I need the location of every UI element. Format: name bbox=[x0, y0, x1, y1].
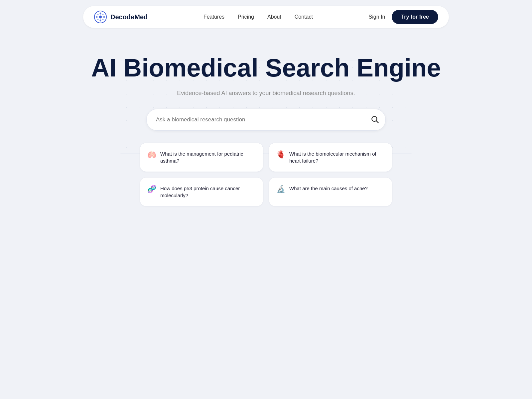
nav-features[interactable]: Features bbox=[203, 14, 224, 20]
search-button[interactable] bbox=[370, 115, 379, 124]
search-input[interactable] bbox=[146, 109, 386, 131]
suggestion-card-p53[interactable]: 🧬 How does p53 protein cause cancer mole… bbox=[140, 177, 263, 206]
hero-section: AI Biomedical Search Engine Evidence-bas… bbox=[0, 34, 532, 220]
suggestion-card-asthma[interactable]: 🫁 What is the management for pediatric a… bbox=[140, 143, 263, 172]
microscope-emoji: 🔬 bbox=[276, 186, 285, 193]
brand-name: DecodeMed bbox=[110, 13, 148, 21]
navbar: DecodeMed Features Pricing About Contact… bbox=[83, 6, 449, 28]
nav-about[interactable]: About bbox=[267, 14, 281, 20]
svg-line-15 bbox=[376, 121, 378, 123]
heart-emoji: 🫀 bbox=[276, 151, 285, 158]
suggestion-text-heart-failure: What is the biomolecular mechanism of he… bbox=[289, 150, 385, 164]
search-container bbox=[146, 109, 386, 131]
lungs-emoji: 🫁 bbox=[147, 151, 156, 158]
svg-point-8 bbox=[102, 14, 104, 15]
suggestion-text-asthma: What is the management for pediatric ast… bbox=[160, 150, 256, 164]
hero-subtitle: Evidence-based AI answers to your biomed… bbox=[7, 90, 525, 97]
search-icon bbox=[370, 115, 379, 123]
suggestion-card-acne[interactable]: 🔬 What are the main causes of acne? bbox=[269, 177, 392, 206]
nav-actions: Sign In Try for free bbox=[369, 10, 438, 24]
nav-contact[interactable]: Contact bbox=[295, 14, 313, 20]
svg-point-1 bbox=[99, 16, 102, 18]
dna-emoji: 🧬 bbox=[147, 186, 156, 193]
suggestion-card-heart-failure[interactable]: 🫀 What is the biomolecular mechanism of … bbox=[269, 143, 392, 172]
hero-title: AI Biomedical Search Engine bbox=[7, 54, 525, 82]
try-free-button[interactable]: Try for free bbox=[392, 10, 438, 24]
suggestion-text-acne: What are the main causes of acne? bbox=[289, 185, 368, 192]
svg-point-9 bbox=[97, 19, 99, 20]
logo[interactable]: DecodeMed bbox=[94, 10, 148, 24]
svg-point-6 bbox=[97, 14, 99, 15]
svg-point-7 bbox=[102, 19, 104, 20]
suggestions-grid: 🫁 What is the management for pediatric a… bbox=[140, 143, 392, 206]
suggestion-text-p53: How does p53 protein cause cancer molecu… bbox=[160, 185, 256, 199]
logo-icon bbox=[94, 10, 107, 24]
nav-pricing[interactable]: Pricing bbox=[238, 14, 254, 20]
nav-links: Features Pricing About Contact bbox=[203, 14, 313, 20]
sign-in-button[interactable]: Sign In bbox=[369, 14, 385, 20]
